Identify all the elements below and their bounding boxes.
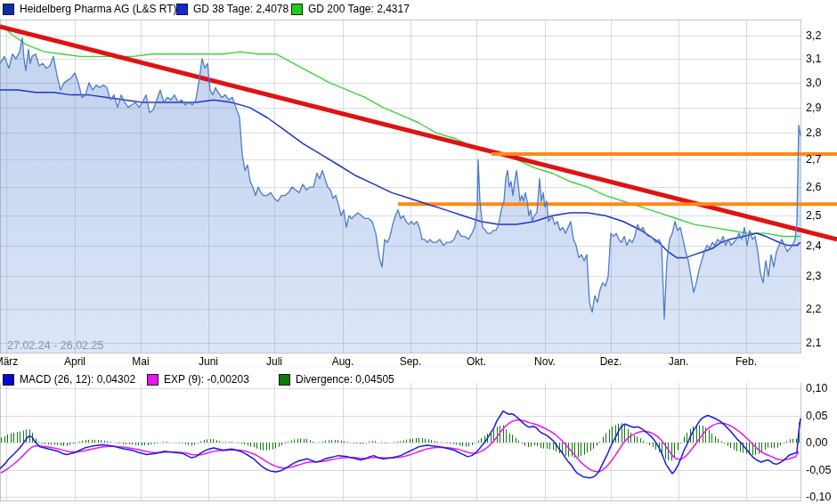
divergence-color-swatch	[279, 374, 290, 386]
gd38-color-swatch	[176, 4, 188, 15]
legend-item-label: GD 200 Tage: 2,4317	[308, 3, 410, 15]
instrument-color-swatch	[3, 4, 14, 15]
legend-item-gd200: GD 200 Tage: 2,4317	[291, 3, 410, 15]
legend-item-label: Divergence: 0,04505	[296, 373, 394, 386]
stock-chart-page: Heidelberg Pharma AG (L&S RT) GD 38 Tage…	[0, 0, 837, 504]
macd-color-swatch	[3, 374, 14, 386]
gd200-color-swatch	[291, 4, 303, 15]
legend-item-label: Heidelberg Pharma AG (L&S RT)	[20, 3, 177, 15]
legend-item-instrument: Heidelberg Pharma AG (L&S RT)	[3, 3, 177, 15]
legend-item-label: EXP (9): -0,00203	[164, 373, 249, 386]
stock-chart-canvas	[0, 0, 837, 504]
legend-item-macd: MACD (26, 12): 0,04302	[3, 373, 135, 386]
legend-item-gd38: GD 38 Tage: 2,4078	[176, 3, 288, 15]
legend-item-exp: EXP (9): -0,00203	[147, 373, 249, 386]
exp-color-swatch	[147, 374, 158, 386]
legend-item-label: GD 38 Tage: 2,4078	[193, 3, 288, 15]
date-range-watermark: 27.02.24 - 26.02.25	[7, 339, 103, 352]
legend-item-divergence: Divergence: 0,04505	[279, 373, 394, 386]
legend-item-label: MACD (26, 12): 0,04302	[20, 373, 135, 386]
